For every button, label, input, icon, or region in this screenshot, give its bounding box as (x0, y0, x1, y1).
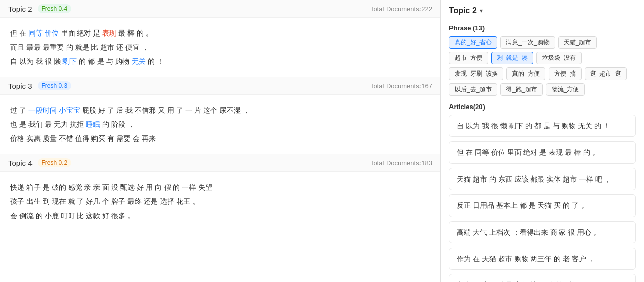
phrase-tag[interactable]: 满意_一次_购物 (500, 36, 555, 49)
articles-section-label: Articles(20) (449, 103, 636, 111)
article-card[interactable]: 自 以为 我 很 懒 剩下 的 都 是 与 购物 无关 的 ！ (449, 115, 636, 137)
topic-highlight: 同等 (28, 29, 43, 37)
topic-text: 最 棒 的 。 (116, 29, 153, 37)
topic-text: 会 倒流 的 小鹿 叮叮 比 这款 好 很多 。 (10, 211, 135, 220)
topic-highlight: 无关 (132, 57, 146, 65)
articles-section: Articles(20) 自 以为 我 很 懒 剩下 的 都 是 与 购物 无关… (449, 103, 636, 282)
topic-body: 快递 箱子 是 破的 感觉 亲 亲 面 没 甄选 好 用 向 假 的 一样 失望… (0, 172, 440, 231)
topic-line: 会 倒流 的 小鹿 叮叮 比 这款 好 很多 。 (10, 208, 430, 223)
topic-title-group: Topic 3Fresh 0.3 (8, 81, 71, 90)
phrase-tag[interactable]: 以后_去_超市 (449, 83, 497, 96)
topic-title-group: Topic 4Fresh 0.2 (8, 158, 71, 167)
phrase-tag[interactable]: 真的_方便 (506, 67, 545, 80)
topic-card-topic-3: Topic 3Fresh 0.3Total Documents:167过 了 一… (0, 77, 440, 154)
fresh-badge: Fresh 0.4 (38, 4, 72, 13)
topic-highlight: 小宝宝 (59, 106, 80, 114)
topic-text: 孩子 出生 到 现在 就 了 好几 个 牌子 最终 还是 选择 花王 。 (10, 197, 200, 205)
total-docs: Total Documents:167 (370, 82, 432, 90)
topic-line: 自 以为 我 很 懒 剩下 的 都 是 与 购物 无关 的 ！ (10, 54, 430, 68)
article-card[interactable]: 但 在 同等 价位 里面 绝对 是 表现 最 棒 的 。 (449, 141, 636, 163)
phrase-tag[interactable]: 剩_就是_凑 (491, 52, 533, 64)
topic-text: 自 以为 我 很 懒 (10, 57, 62, 65)
total-docs: Total Documents:183 (370, 159, 432, 167)
phrase-tag[interactable]: 垃圾袋_没有 (536, 52, 582, 64)
topic-title: Topic 4 (8, 159, 33, 167)
phrase-tag[interactable]: 天猫_超市 (558, 36, 597, 49)
article-card[interactable]: 高端 大气 上档次 ；看得出来 商 家 很 用心 。 (449, 221, 636, 243)
right-panel: Topic 2 ▾ Phrase (13) 真的_好_省心满意_一次_购物天猫_… (441, 0, 644, 282)
topic-text: 快递 箱子 是 破的 感觉 亲 亲 面 没 甄选 好 用 向 假 的 一样 失望 (10, 183, 212, 191)
topic-card-topic-4: Topic 4Fresh 0.2Total Documents:183快递 箱子… (0, 154, 440, 231)
articles-list: 自 以为 我 很 懒 剩下 的 都 是 与 购物 无关 的 ！但 在 同等 价位… (449, 115, 636, 282)
topic-text: 也 是 我们 最 无力 抗拒 (10, 120, 86, 128)
article-card[interactable]: 天猫 超市 的 东西 应该 都跟 实体 超市 一样 吧 ， (449, 168, 636, 190)
topic-highlight: 剩下 (62, 57, 77, 65)
topic-text: 过 了 (10, 106, 28, 114)
topic-line: 孩子 出生 到 现在 就 了 好几 个 牌子 最终 还是 选择 花王 。 (10, 194, 430, 208)
article-card[interactable]: 京东 买 东西 就是 方便 搞 促销 的 时候 ， (449, 274, 636, 282)
topic-line: 但 在 同等 价位 里面 绝对 是 表现 最 棒 的 。 (10, 26, 430, 40)
topic-header-topic-3: Topic 3Fresh 0.3Total Documents:167 (0, 77, 440, 95)
topic-title: Topic 3 (8, 82, 33, 90)
topic-text: 的 都 是 与 购物 (77, 57, 131, 65)
phrase-tags-container: 真的_好_省心满意_一次_购物天猫_超市超市_方便剩_就是_凑垃圾袋_没有发现_… (449, 36, 636, 96)
phrase-tag[interactable]: 超市_方便 (449, 52, 488, 64)
phrase-tag[interactable]: 方便_搞 (549, 67, 582, 80)
topic-text: 屁股 好 了 后 我 不信邪 又 用 了 一 片 这个 尿不湿 ， (80, 106, 250, 114)
topic-line: 也 是 我们 最 无力 抗拒 睡眠 的 阶段 ， (10, 117, 430, 131)
topic-title: Topic 2 (8, 5, 33, 13)
phrase-tag[interactable]: 发现_牙刷_该换 (449, 67, 503, 80)
topic-text: 但 在 (10, 29, 28, 37)
topic-header-topic-4: Topic 4Fresh 0.2Total Documents:183 (0, 154, 440, 172)
topic-header-topic-2: Topic 2Fresh 0.4Total Documents:222 (0, 0, 440, 18)
phrase-section-label: Phrase (13) (449, 24, 636, 32)
article-card[interactable]: 作为 在 天猫 超市 购物 两三年 的 老 客户 ， (449, 248, 636, 270)
phrase-tag[interactable]: 逛_超市_逛 (585, 67, 627, 80)
topic-text: 价格 实惠 质量 不错 值得 购买 有 需要 会 再来 (10, 134, 156, 143)
topic-line: 价格 实惠 质量 不错 值得 购买 有 需要 会 再来 (10, 131, 430, 146)
phrase-tag[interactable]: 物流_方便 (546, 83, 585, 96)
topic-text: 的 ！ (146, 57, 164, 65)
topic-highlight: 表现 (102, 29, 116, 37)
fresh-badge: Fresh 0.3 (38, 81, 72, 90)
topic-text: 而且 最最 最重要 的 就是 比 超市 还 便宜 ， (10, 43, 149, 51)
article-card[interactable]: 反正 日用品 基本上 都 是 天猫 买 的 了 。 (449, 194, 636, 217)
chevron-down-icon[interactable]: ▾ (480, 7, 483, 14)
left-panel: Topic 2Fresh 0.4Total Documents:222但 在 同… (0, 0, 441, 282)
right-topic-title: Topic 2 (449, 6, 477, 15)
topic-highlight: 价位 (45, 29, 59, 37)
right-header: Topic 2 ▾ (449, 6, 636, 17)
fresh-badge: Fresh 0.2 (38, 158, 72, 167)
topic-text: 里面 绝对 是 (59, 29, 103, 37)
topic-line: 快递 箱子 是 破的 感觉 亲 亲 面 没 甄选 好 用 向 假 的 一样 失望 (10, 180, 430, 194)
total-docs: Total Documents:222 (370, 5, 432, 13)
topic-highlight: 一段时间 (28, 106, 57, 114)
topic-title-group: Topic 2Fresh 0.4 (8, 4, 71, 13)
topic-body: 但 在 同等 价位 里面 绝对 是 表现 最 棒 的 。而且 最最 最重要 的 … (0, 18, 440, 77)
topic-card-topic-2: Topic 2Fresh 0.4Total Documents:222但 在 同… (0, 0, 440, 77)
topic-line: 而且 最最 最重要 的 就是 比 超市 还 便宜 ， (10, 40, 430, 54)
phrase-tag[interactable]: 得_跑_超市 (500, 83, 542, 96)
topic-text: 的 阶段 ， (100, 120, 135, 128)
topic-highlight: 睡眠 (86, 120, 100, 128)
phrase-tag[interactable]: 真的_好_省心 (449, 36, 497, 49)
topic-body: 过 了 一段时间 小宝宝 屁股 好 了 后 我 不信邪 又 用 了 一 片 这个… (0, 95, 440, 154)
topic-line: 过 了 一段时间 小宝宝 屁股 好 了 后 我 不信邪 又 用 了 一 片 这个… (10, 103, 430, 117)
